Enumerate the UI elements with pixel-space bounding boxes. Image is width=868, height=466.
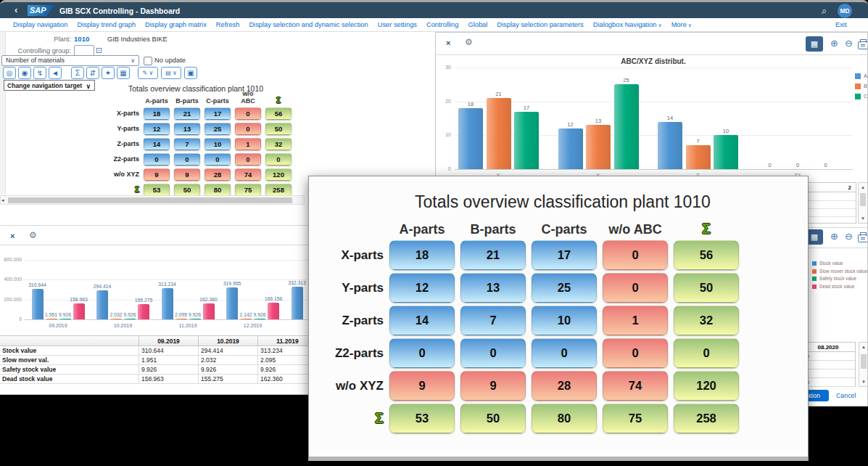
matrix-cell-X-parts-A-parts[interactable]: 18 <box>389 240 455 270</box>
scroll-down-icon[interactable]: ▼ <box>859 216 867 221</box>
scrollbar-thumb[interactable] <box>861 354 867 369</box>
chart-icon[interactable]: ▦ <box>117 67 130 79</box>
matrix-cell-Σ-A-parts[interactable]: 53 <box>389 404 455 433</box>
table-view-button[interactable]: ▦ <box>806 36 823 52</box>
matrix-cell-w/o XYZ-Σ[interactable]: 120 <box>674 371 739 401</box>
matrix-cell-Y-parts-w/o ABC[interactable]: 0 <box>235 123 261 135</box>
matrix-cell-Z2-parts-C-parts[interactable]: 0 <box>532 338 597 368</box>
matchcode-icon[interactable]: ⊡ <box>96 46 102 54</box>
star-icon[interactable]: ✦ <box>102 67 115 79</box>
no-update-checkbox[interactable] <box>144 57 152 65</box>
layout-icon[interactable]: ▣ <box>184 67 197 79</box>
globe-icon[interactable]: ◉ <box>18 67 31 79</box>
menu-item-3[interactable]: Refresh <box>216 21 240 28</box>
print-icon[interactable] <box>858 234 868 242</box>
matrix-cell-Z-parts-w/o ABC[interactable]: 1 <box>235 138 261 150</box>
gear-icon[interactable]: ⚙ <box>29 230 37 240</box>
scrollbar-thumb[interactable] <box>860 193 866 206</box>
matrix-cell-w/o XYZ-A-parts[interactable]: 9 <box>144 168 170 181</box>
menu-item-7[interactable]: Global <box>468 21 487 28</box>
scroll-left-icon[interactable]: ◂ <box>1 197 4 203</box>
matrix-cell-w/o XYZ-w/o ABC[interactable]: 74 <box>235 168 261 181</box>
menu-item-6[interactable]: Controlling <box>426 21 458 28</box>
matrix-cell-X-parts-C-parts[interactable]: 17 <box>532 240 597 270</box>
zoom-in-icon[interactable]: ⊕ <box>830 232 838 242</box>
matrix-cell-Z-parts-w/o ABC[interactable]: 1 <box>603 306 668 335</box>
matrix-cell-Σ-Σ[interactable]: 258 <box>674 404 739 433</box>
matrix-cell-w/o XYZ-C-parts[interactable]: 28 <box>532 371 597 401</box>
menu-item-8[interactable]: Display selection parameters <box>497 21 583 28</box>
speaker-icon[interactable]: ◄ <box>49 67 62 79</box>
back-icon[interactable]: ‹ <box>15 5 17 15</box>
matrix-cell-Y-parts-Σ[interactable]: 50 <box>674 273 739 303</box>
cancel-button[interactable]: Cancel <box>836 392 856 399</box>
matrix-cell-Z2-parts-C-parts[interactable]: 0 <box>204 153 231 165</box>
matrix-cell-w/o XYZ-w/o ABC[interactable]: 74 <box>603 371 668 401</box>
zoom-in-icon[interactable]: ⊕ <box>830 38 838 49</box>
matrix-cell-Z-parts-A-parts[interactable]: 14 <box>389 306 455 335</box>
edit-dropdown-icon[interactable]: ✎ ∨ <box>138 67 158 79</box>
plant-value[interactable]: 1010 <box>74 35 89 43</box>
matrix-cell-Σ-B-parts[interactable]: 50 <box>174 184 200 196</box>
matrix-cell-X-parts-w/o ABC[interactable]: 0 <box>235 107 261 120</box>
menu-item-10[interactable]: More ∨ <box>671 21 692 28</box>
matrix-cell-X-parts-B-parts[interactable]: 21 <box>174 107 200 120</box>
matrix-cell-Z2-parts-w/o ABC[interactable]: 0 <box>603 338 668 368</box>
matrix-cell-Z2-parts-B-parts[interactable]: 0 <box>460 338 526 368</box>
matrix-cell-Z-parts-B-parts[interactable]: 7 <box>174 138 200 150</box>
scroll-up-icon[interactable]: ▲ <box>859 345 868 349</box>
matrix-cell-X-parts-C-parts[interactable]: 17 <box>204 107 231 120</box>
avatar[interactable]: MD <box>838 4 852 18</box>
matrix-cell-Σ-C-parts[interactable]: 80 <box>532 404 597 433</box>
matrix-cell-Y-parts-A-parts[interactable]: 12 <box>389 273 455 303</box>
materials-select[interactable]: Number of materials ∨ <box>1 55 139 66</box>
sum-icon[interactable]: Σ <box>71 67 84 79</box>
matrix-cell-Z-parts-A-parts[interactable]: 14 <box>144 138 170 150</box>
matrix-cell-Z-parts-B-parts[interactable]: 7 <box>460 306 526 335</box>
matrix-cell-X-parts-w/o ABC[interactable]: 0 <box>603 240 668 270</box>
matrix-cell-Z2-parts-A-parts[interactable]: 0 <box>389 338 455 368</box>
zoom-out-icon[interactable]: ⊖ <box>845 38 853 49</box>
gear-icon[interactable]: ⚙ <box>465 37 473 47</box>
horizontal-scrollbar[interactable]: ◂ <box>0 195 305 205</box>
matrix-cell-w/o XYZ-B-parts[interactable]: 9 <box>460 371 526 401</box>
navigation-target-select[interactable]: Change navigation target ∨ <box>4 80 95 91</box>
matrix-cell-Z-parts-C-parts[interactable]: 10 <box>532 306 597 335</box>
sort-icon[interactable]: ⇵ <box>86 67 99 79</box>
flash-icon[interactable]: ↯ <box>33 67 46 79</box>
search-icon[interactable]: ⌕ <box>822 6 827 15</box>
menu-item-5[interactable]: User settings <box>378 21 417 28</box>
matrix-cell-Z2-parts-A-parts[interactable]: 0 <box>144 153 170 165</box>
matrix-cell-Z2-parts-Σ[interactable]: 0 <box>674 338 739 368</box>
matrix-cell-Σ-w/o ABC[interactable]: 75 <box>603 404 668 433</box>
matrix-cell-Σ-Σ[interactable]: 258 <box>265 184 292 196</box>
matrix-cell-Y-parts-w/o ABC[interactable]: 0 <box>603 273 668 303</box>
menu-item-9[interactable]: Dialogbox Navigation ∨ <box>593 21 662 28</box>
matrix-cell-Σ-C-parts[interactable]: 80 <box>204 184 231 196</box>
matrix-cell-w/o XYZ-C-parts[interactable]: 28 <box>204 168 231 181</box>
matrix-cell-Y-parts-C-parts[interactable]: 25 <box>532 273 597 303</box>
matrix-cell-Z-parts-Σ[interactable]: 32 <box>674 306 739 335</box>
matrix-cell-Σ-w/o ABC[interactable]: 75 <box>235 184 261 196</box>
matrix-cell-Z-parts-Σ[interactable]: 32 <box>265 138 292 150</box>
matrix-cell-X-parts-Σ[interactable]: 56 <box>265 107 292 120</box>
matrix-cell-Z2-parts-w/o ABC[interactable]: 0 <box>235 153 261 165</box>
close-icon[interactable]: × <box>10 232 15 240</box>
scrollbar-thumb[interactable] <box>8 197 292 203</box>
matrix-cell-X-parts-B-parts[interactable]: 21 <box>460 240 526 270</box>
matrix-cell-w/o XYZ-B-parts[interactable]: 9 <box>174 168 200 181</box>
matrix-cell-Y-parts-B-parts[interactable]: 13 <box>174 123 200 135</box>
matrix-cell-Z-parts-C-parts[interactable]: 10 <box>204 138 231 150</box>
matrix-cell-X-parts-Σ[interactable]: 56 <box>674 240 739 270</box>
matrix-cell-Z2-parts-Σ[interactable]: 0 <box>265 153 292 165</box>
vertical-scrollbar[interactable]: ▲ ▼ <box>859 342 868 387</box>
matrix-cell-w/o XYZ-Σ[interactable]: 120 <box>265 168 292 181</box>
matrix-cell-Y-parts-B-parts[interactable]: 13 <box>460 273 526 303</box>
menu-item-0[interactable]: Display navigation <box>13 21 67 28</box>
zoom-out-icon[interactable]: ⊖ <box>845 232 853 242</box>
matrix-cell-X-parts-A-parts[interactable]: 18 <box>144 107 170 120</box>
menu-item-2[interactable]: Display graph matrix <box>145 21 207 28</box>
scroll-up-icon[interactable]: ▲ <box>859 185 867 189</box>
menu-item-1[interactable]: Display trend graph <box>77 21 136 28</box>
matrix-cell-Σ-A-parts[interactable]: 53 <box>144 184 170 196</box>
